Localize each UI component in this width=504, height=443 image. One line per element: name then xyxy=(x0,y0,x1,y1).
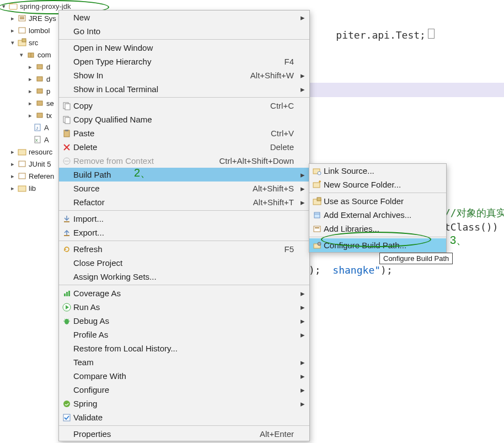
menu-item-refactor[interactable]: RefactorAlt+Shift+T▸ xyxy=(59,195,309,209)
menu-item-compare-with[interactable]: Compare With▸ xyxy=(59,369,309,383)
svg-rect-10 xyxy=(37,65,42,69)
svg-rect-37 xyxy=(68,291,70,296)
svg-rect-45 xyxy=(63,414,70,421)
menu-item-build-path[interactable]: Build Path▸ xyxy=(59,168,309,182)
chevron-right-icon[interactable]: ▸ xyxy=(9,15,17,22)
menu-item-close-project[interactable]: Close Project xyxy=(59,256,309,270)
java-file-icon: J xyxy=(33,123,42,132)
spring-icon xyxy=(60,399,73,408)
svg-rect-13 xyxy=(37,101,42,105)
menu-item-open-type-hierarchy[interactable]: Open Type HierarchyF4 xyxy=(59,55,309,68)
svg-rect-48 xyxy=(313,183,320,188)
menu-item-delete[interactable]: DeleteDelete xyxy=(59,140,309,154)
library-icon xyxy=(18,14,26,23)
package-icon xyxy=(26,50,35,59)
tree-label: p xyxy=(46,87,50,95)
tree-label: JRE Sys xyxy=(29,14,56,23)
run-icon xyxy=(60,303,73,312)
tree-label: src xyxy=(29,39,38,47)
library-icon xyxy=(18,26,26,35)
package-icon xyxy=(35,62,44,71)
delete-icon xyxy=(60,143,73,152)
menu-item-new-source-folder[interactable]: New Source Folder... xyxy=(309,178,446,191)
menu-item-run-as[interactable]: Run As▸ xyxy=(59,300,309,314)
svg-rect-20 xyxy=(19,161,25,167)
svg-point-44 xyxy=(63,401,70,407)
chevron-down-icon[interactable]: ▾ xyxy=(18,51,25,58)
configure-build-path-icon xyxy=(310,241,324,250)
chevron-down-icon[interactable]: ▾ xyxy=(9,39,17,46)
context-menu[interactable]: New▸ Go Into Open in New Window Open Typ… xyxy=(58,10,310,441)
annotation-ring-3 xyxy=(321,232,431,247)
menu-item-assign-working-sets[interactable]: Assign Working Sets... xyxy=(59,270,309,284)
tree-label: A xyxy=(44,136,49,144)
svg-point-47 xyxy=(318,172,321,175)
menu-item-new[interactable]: New▸ xyxy=(59,10,309,24)
svg-line-43 xyxy=(68,319,69,320)
svg-rect-54 xyxy=(315,227,319,228)
tree-label: lib xyxy=(29,184,36,193)
export-icon xyxy=(60,228,73,237)
svg-rect-36 xyxy=(66,292,68,296)
annotation-text-3: 3、 xyxy=(450,233,467,248)
source-folder-icon xyxy=(310,197,324,206)
remove-context-icon xyxy=(60,157,73,166)
svg-rect-3 xyxy=(20,17,24,18)
svg-rect-22 xyxy=(18,186,26,191)
refresh-icon xyxy=(60,245,73,254)
tree-label: A xyxy=(44,124,49,132)
menu-item-configure[interactable]: Configure▸ xyxy=(59,383,309,397)
source-folder-icon xyxy=(18,147,26,156)
menu-item-export[interactable]: Export... xyxy=(59,226,309,239)
menu-item-spring[interactable]: Spring▸ xyxy=(59,397,309,410)
svg-rect-51 xyxy=(314,212,320,218)
library-icon xyxy=(310,225,324,233)
svg-rect-34 xyxy=(64,235,69,236)
svg-rect-28 xyxy=(65,130,68,131)
paste-icon xyxy=(60,129,73,138)
tree-label: d xyxy=(46,63,50,71)
tree-label: JUnit 5 xyxy=(29,160,51,168)
menu-item-add-external-archives[interactable]: Add External Archives... xyxy=(309,208,446,222)
tree-label: tx xyxy=(46,111,52,120)
tree-label: d xyxy=(46,75,50,83)
chevron-right-icon[interactable]: ▸ xyxy=(9,27,17,34)
source-folder-icon xyxy=(18,38,26,47)
library-icon xyxy=(18,159,26,168)
menu-item-source[interactable]: SourceAlt+Shift+S▸ xyxy=(59,182,309,195)
menu-item-remove-context: Remove from ContextCtrl+Alt+Shift+Down xyxy=(59,154,309,168)
menu-item-coverage-as[interactable]: Coverage As▸ xyxy=(59,286,309,300)
menu-item-use-as-source-folder[interactable]: Use as Source Folder xyxy=(309,194,446,208)
menu-item-show-in[interactable]: Show InAlt+Shift+W▸ xyxy=(59,68,309,82)
copy-icon xyxy=(60,102,73,110)
menu-item-validate[interactable]: Validate xyxy=(59,410,309,424)
svg-text:J: J xyxy=(36,126,38,131)
menu-item-copy[interactable]: CopyCtrl+C xyxy=(59,99,309,113)
tree-label: com xyxy=(37,51,51,59)
tree-label: Referen xyxy=(29,172,54,180)
menu-item-profile-as[interactable]: Profile As▸ xyxy=(59,328,309,341)
annotation-text-2: 2、 xyxy=(134,166,151,180)
menu-item-team[interactable]: Team▸ xyxy=(59,355,309,369)
menu-item-restore-local-history[interactable]: Restore from Local History... xyxy=(59,341,309,355)
xml-file-icon: X xyxy=(33,135,42,144)
svg-rect-35 xyxy=(64,293,66,296)
library-icon xyxy=(18,172,26,180)
svg-rect-7 xyxy=(22,39,26,42)
menu-item-go-into[interactable]: Go Into xyxy=(59,24,309,38)
svg-rect-19 xyxy=(18,150,26,155)
menu-item-link-source[interactable]: Link Source... xyxy=(309,164,446,178)
package-icon xyxy=(35,74,44,83)
svg-rect-4 xyxy=(20,18,24,19)
menu-item-copy-qualified-name[interactable]: Copy Qualified Name xyxy=(59,113,309,126)
menu-item-refresh[interactable]: RefreshF5 xyxy=(59,242,309,256)
tooltip: Configure Build Path xyxy=(379,253,453,264)
menu-item-show-local-terminal[interactable]: Show in Local Terminal▸ xyxy=(59,82,309,96)
menu-item-import[interactable]: Import... xyxy=(59,212,309,226)
debug-icon xyxy=(60,317,73,325)
menu-item-debug-as[interactable]: Debug As▸ xyxy=(59,314,309,328)
copy-qn-icon xyxy=(60,115,73,124)
menu-item-paste[interactable]: PasteCtrl+V xyxy=(59,126,309,140)
menu-item-open-new-window[interactable]: Open in New Window xyxy=(59,41,309,55)
menu-item-properties[interactable]: PropertiesAlt+Enter xyxy=(59,427,309,441)
